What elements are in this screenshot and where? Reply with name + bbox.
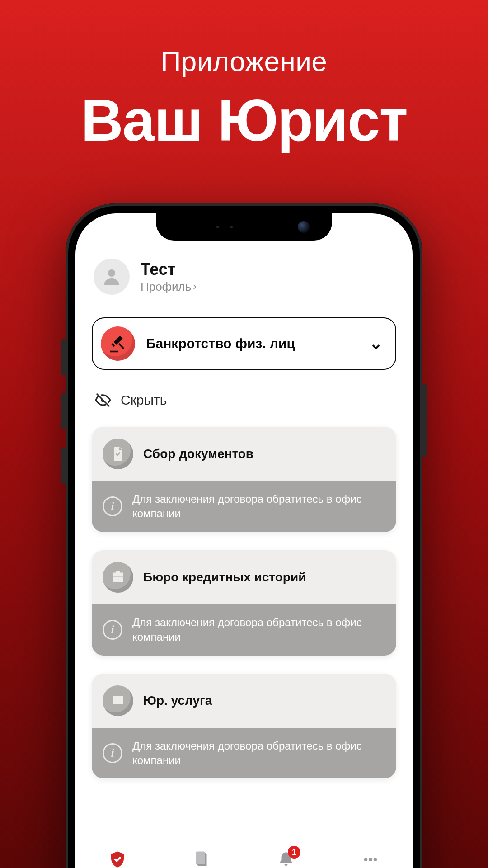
service-icon bbox=[103, 685, 133, 716]
deal-card-title: Бюро кредитных историй bbox=[143, 570, 306, 585]
promo-title: Ваш Юрист bbox=[0, 91, 488, 150]
profile-name: Тест bbox=[141, 260, 197, 279]
tab-bar: Сделки Документы 1 Уведомления Еще bbox=[75, 840, 413, 868]
category-label: Банкротство физ. лиц bbox=[146, 336, 358, 351]
tab-notifications[interactable]: 1 Уведомления bbox=[244, 840, 328, 868]
tab-deals[interactable]: Сделки bbox=[75, 840, 160, 868]
phone-frame: Тест Профиль › Банкротство физ. лиц ⌄ bbox=[66, 203, 422, 868]
hide-label: Скрыть bbox=[121, 392, 167, 408]
user-icon bbox=[101, 266, 122, 288]
shield-check-icon bbox=[107, 849, 128, 868]
promo-subtitle: Приложение bbox=[0, 45, 488, 77]
category-selector[interactable]: Банкротство физ. лиц ⌄ bbox=[92, 317, 396, 370]
promo-heading: Приложение Ваш Юрист bbox=[0, 0, 488, 150]
phone-notch bbox=[156, 213, 332, 241]
tab-documents[interactable]: Документы bbox=[160, 840, 244, 868]
avatar bbox=[94, 259, 130, 295]
info-icon: i bbox=[103, 496, 122, 516]
documents-icon bbox=[191, 849, 213, 868]
svg-rect-3 bbox=[196, 852, 205, 864]
deal-card[interactable]: Юр. услуга i Для заключения договора обр… bbox=[92, 674, 396, 779]
deal-card[interactable]: Сбор документов i Для заключения договор… bbox=[92, 427, 396, 532]
profile-row[interactable]: Тест Профиль › bbox=[92, 259, 396, 295]
svg-point-6 bbox=[373, 858, 377, 861]
chevron-right-icon: › bbox=[193, 281, 196, 292]
document-icon bbox=[103, 439, 133, 469]
hide-toggle[interactable]: Скрыть bbox=[92, 392, 396, 409]
info-icon: i bbox=[103, 743, 122, 763]
more-icon bbox=[360, 849, 381, 868]
svg-point-0 bbox=[108, 269, 115, 277]
phone-screen: Тест Профиль › Банкротство физ. лиц ⌄ bbox=[75, 213, 413, 868]
info-icon: i bbox=[103, 620, 122, 640]
gavel-icon bbox=[101, 326, 135, 361]
eye-off-icon bbox=[94, 392, 112, 409]
svg-point-5 bbox=[369, 858, 372, 861]
app-content: Тест Профиль › Банкротство физ. лиц ⌄ bbox=[75, 213, 413, 840]
deal-card-title: Сбор документов bbox=[143, 447, 253, 461]
profile-link[interactable]: Профиль › bbox=[141, 280, 197, 294]
chevron-down-icon: ⌄ bbox=[369, 334, 383, 353]
svg-point-4 bbox=[364, 858, 367, 861]
deal-card-message: Для заключения договора обратитесь в офи… bbox=[132, 615, 385, 645]
svg-rect-1 bbox=[113, 576, 123, 577]
deal-card-title: Юр. услуга bbox=[143, 693, 212, 708]
notification-badge: 1 bbox=[288, 846, 300, 859]
deal-card[interactable]: Бюро кредитных историй i Для заключения … bbox=[92, 550, 396, 656]
tab-more[interactable]: Еще bbox=[328, 840, 413, 868]
deal-card-message: Для заключения договора обратитесь в офи… bbox=[132, 492, 385, 521]
profile-link-label: Профиль bbox=[141, 280, 191, 294]
deal-card-message: Для заключения договора обратитесь в офи… bbox=[132, 739, 385, 768]
briefcase-icon bbox=[103, 562, 133, 593]
